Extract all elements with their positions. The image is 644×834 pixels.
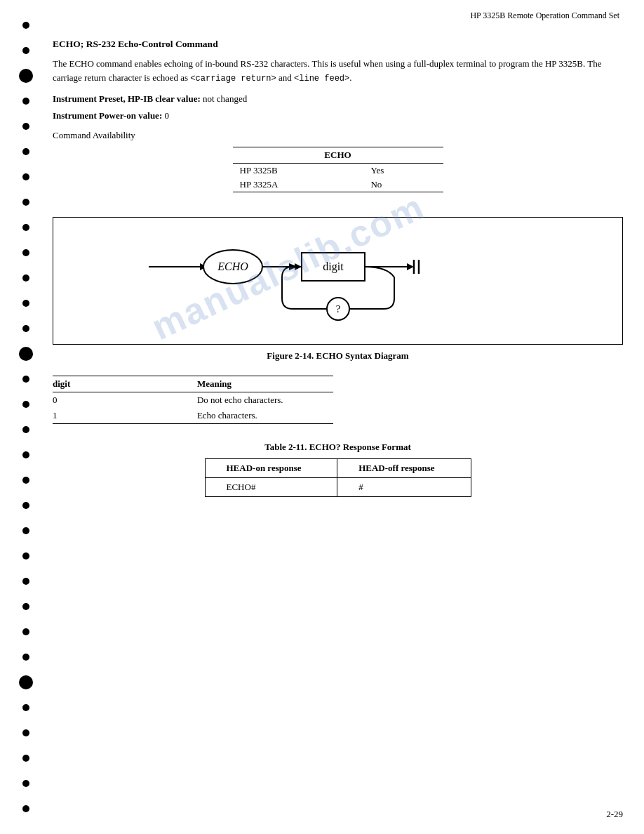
cmd-avail-label: Command Availability <box>53 130 623 141</box>
resp-head-on: ECHO# <box>205 477 337 496</box>
poweron-value: 0 <box>162 110 169 121</box>
desc-end: . <box>349 72 351 83</box>
digit-meaning-table: digit Meaning 0 Do not echo characters. … <box>53 376 333 424</box>
desc-mono2: <line feed> <box>294 74 349 84</box>
digit-col-header: digit <box>53 376 141 392</box>
syntax-diagram-svg: ECHO digit ? <box>142 235 535 326</box>
resp-head-off: # <box>337 477 471 496</box>
dot-20 <box>22 552 29 560</box>
resp-col2-header: HEAD-off response <box>337 458 471 477</box>
resp-table-caption: Table 2-11. ECHO? Response Format <box>53 442 623 453</box>
preset-label: Instrument Preset, HP-IB clear value: <box>53 93 201 104</box>
dot-9 <box>22 249 29 256</box>
poweron-line: Instrument Power-on value: 0 <box>53 110 623 121</box>
table-row: HP 3325B Yes <box>233 163 443 178</box>
avail-model-2: HP 3325A <box>233 178 357 192</box>
dot-24 <box>22 654 29 661</box>
dot-large-3 <box>19 675 33 689</box>
availability-table: ECHO HP 3325B Yes HP 3325A No <box>233 147 443 192</box>
table-row: 0 Do not echo characters. <box>53 392 333 408</box>
meaning-0: Do not echo characters. <box>141 392 333 408</box>
page-header: HP 3325B Remote Operation Command Set <box>53 11 623 21</box>
dot-28 <box>22 780 29 787</box>
page-number: 2-29 <box>606 809 623 820</box>
margin-dots <box>15 0 36 834</box>
dot-8 <box>22 224 29 231</box>
dot-large-1 <box>19 69 33 83</box>
dot-7 <box>22 199 29 206</box>
dot-13 <box>22 376 29 383</box>
dot-10 <box>22 274 29 282</box>
dot-2 <box>22 47 29 54</box>
dot-18 <box>22 502 29 509</box>
dot-23 <box>22 628 29 635</box>
desc-and: and <box>276 72 294 83</box>
desc-mono1: <carriage return> <box>190 74 276 84</box>
table-row: HP 3325A No <box>233 178 443 192</box>
svg-marker-9 <box>407 263 414 270</box>
svg-text:digit: digit <box>323 260 344 273</box>
dot-15 <box>22 426 29 433</box>
dot-1 <box>22 22 29 29</box>
section-title: ECHO; RS-232 Echo-Control Command <box>53 39 623 50</box>
svg-text:?: ? <box>335 303 340 315</box>
dot-12 <box>22 325 29 332</box>
poweron-label: Instrument Power-on value: <box>53 110 162 121</box>
resp-col1-header: HEAD-on response <box>205 458 337 477</box>
figure-caption: Figure 2-14. ECHO Syntax Diagram <box>53 350 623 362</box>
meaning-col-header: Meaning <box>141 376 333 392</box>
table-row: ECHO# # <box>205 477 471 496</box>
avail-table-wrapper: ECHO HP 3325B Yes HP 3325A No <box>53 147 623 206</box>
body-description: The ECHO command enables echoing of in-b… <box>53 57 623 85</box>
dot-large-2 <box>19 347 33 361</box>
dot-25 <box>22 704 29 711</box>
dot-21 <box>22 578 29 585</box>
svg-text:ECHO: ECHO <box>217 260 248 272</box>
dot-17 <box>22 477 29 484</box>
response-table: HEAD-on response HEAD-off response ECHO#… <box>205 458 471 497</box>
dot-27 <box>22 755 29 762</box>
dot-19 <box>22 527 29 534</box>
resp-table-wrapper: HEAD-on response HEAD-off response ECHO#… <box>53 458 623 497</box>
dot-26 <box>22 729 29 736</box>
avail-value-2: No <box>356 178 443 192</box>
dot-22 <box>22 603 29 610</box>
dot-6 <box>22 173 29 180</box>
preset-value: not changed <box>201 93 247 104</box>
table-row: 1 Echo characters. <box>53 408 333 424</box>
dot-16 <box>22 451 29 458</box>
meaning-1: Echo characters. <box>141 408 333 424</box>
dot-29 <box>22 805 29 812</box>
dot-5 <box>22 148 29 155</box>
preset-line: Instrument Preset, HP-IB clear value: no… <box>53 93 623 105</box>
digit-1: 1 <box>53 408 141 424</box>
dot-11 <box>22 300 29 307</box>
dot-3 <box>22 98 29 105</box>
digit-0: 0 <box>53 392 141 408</box>
avail-table-header: ECHO <box>233 147 443 163</box>
syntax-diagram-container: ECHO digit ? <box>53 217 623 345</box>
avail-value-1: Yes <box>356 163 443 178</box>
dot-4 <box>22 123 29 130</box>
dot-14 <box>22 401 29 408</box>
avail-model-1: HP 3325B <box>233 163 357 178</box>
